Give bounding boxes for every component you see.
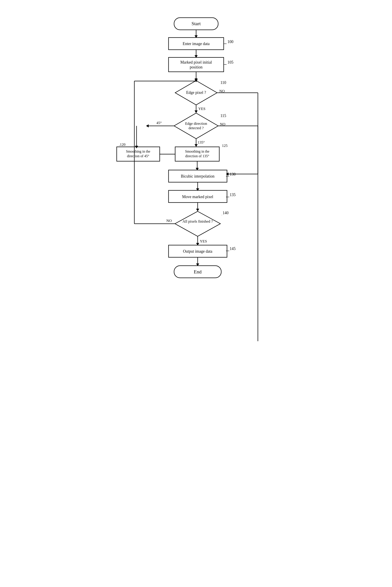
svg-marker-36 [196, 209, 199, 211]
no-140: NO [166, 219, 172, 223]
flowchart-svg: Start Enter image data 100 Marked pixel … [112, 11, 280, 541]
svg-marker-13 [194, 110, 198, 113]
n110-text: Edge pixel ? [186, 90, 206, 95]
yes-140: YES [200, 239, 207, 243]
ref-140: 140 [222, 211, 228, 215]
yes-label-110: YES [198, 107, 206, 111]
angle-45-label: 45° [156, 121, 162, 125]
n135-text: Move marked pixel [182, 195, 213, 199]
n120-line1: Smoothing in the [126, 150, 150, 153]
ref-110: 110 [220, 80, 226, 85]
ref-115: 115 [220, 114, 226, 118]
n100-label: Enter image data [183, 42, 210, 46]
svg-rect-7 [168, 57, 224, 72]
ref-105: 105 [228, 60, 234, 65]
svg-marker-21 [194, 144, 198, 147]
n105-line1: Marked pixel initial [180, 60, 212, 65]
ref-145: 145 [230, 246, 236, 251]
n125-line2: direction of 135° [185, 154, 209, 158]
n145-text: Output image data [183, 249, 212, 253]
n115-text: Edge direction [185, 121, 207, 126]
ref-135: 135 [230, 193, 236, 197]
end-label: End [194, 269, 202, 274]
ref-125: 125 [222, 144, 228, 148]
start-label: Start [192, 21, 201, 26]
n115-text2: detected ? [188, 126, 204, 130]
n120-line2: direction of 45° [127, 154, 149, 158]
svg-marker-37 [175, 211, 220, 236]
ref-100: 100 [228, 40, 234, 44]
n105-line2: position [190, 65, 202, 69]
angle-135-label: 135° [198, 140, 205, 144]
n125-line1: Smoothing in the [185, 150, 209, 153]
flowchart-container: Start Enter image data 100 Marked pixel … [108, 5, 284, 548]
n140-text1: All pixels finished ? [182, 219, 213, 223]
n130-text: Bicubic interpolation [181, 174, 214, 178]
ref-120: .120 [119, 142, 126, 147]
svg-marker-19 [146, 124, 149, 127]
